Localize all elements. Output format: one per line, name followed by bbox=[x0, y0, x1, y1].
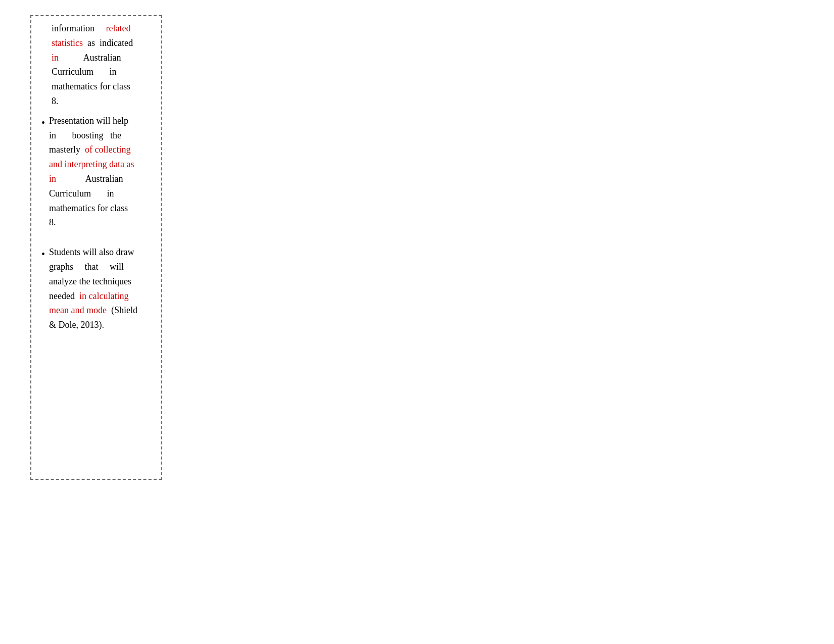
bullet1-mathematics: mathematics for class bbox=[49, 203, 128, 213]
bullet1-in3: in bbox=[107, 188, 114, 199]
bullet1-8: 8. bbox=[49, 217, 56, 227]
bullet1-australian: Australian bbox=[85, 174, 123, 184]
bullet1-boosting: boosting bbox=[72, 130, 104, 140]
bullet2-in-calculating: in calculating bbox=[79, 291, 128, 301]
bullet1-in2: in bbox=[49, 174, 56, 184]
intro-indicated: indicated bbox=[100, 38, 133, 48]
bullet1-curriculum: Curriculum bbox=[49, 188, 91, 199]
intro-mathematics: mathematics for class bbox=[52, 81, 130, 91]
bullet1-and-interpreting: and interpreting data as bbox=[49, 159, 134, 169]
bullet2-needed: needed bbox=[49, 291, 75, 301]
bullet-item-2: • Students will also draw graphs that wi… bbox=[41, 245, 151, 332]
content-box: information related statistics as indica… bbox=[30, 15, 162, 480]
bullet2-dole: & Dole, 2013). bbox=[49, 320, 104, 330]
bullet1-in: in bbox=[49, 130, 56, 140]
bullet2-analyze: analyze the techniques bbox=[49, 276, 131, 286]
bullet2-will: will bbox=[110, 262, 124, 272]
bullet2-shield: (Shield bbox=[111, 305, 137, 315]
bullet2-mean-mode: mean and mode bbox=[49, 305, 107, 315]
bullet2-that: that bbox=[85, 262, 99, 272]
intro-australian: Australian bbox=[83, 53, 121, 63]
bullet1-the: the bbox=[110, 130, 121, 140]
bullet-2-content: Students will also draw graphs that will… bbox=[49, 245, 151, 332]
bullet2-graphs: graphs bbox=[49, 262, 73, 272]
intro-8: 8. bbox=[52, 96, 59, 106]
bullet-list: • Presentation will help in boosting the… bbox=[41, 114, 151, 332]
intro-in: in bbox=[52, 53, 59, 63]
intro-text-block: information related statistics as indica… bbox=[41, 21, 151, 109]
bullet1-presentation: Presentation will help bbox=[49, 116, 128, 126]
intro-curriculum: Curriculum bbox=[52, 67, 94, 77]
bullet-dot-2: • bbox=[41, 246, 45, 262]
page-container: information related statistics as indica… bbox=[0, 0, 834, 644]
bullet1-masterly: masterly bbox=[49, 144, 80, 155]
intro-statistics: statistics bbox=[52, 38, 83, 48]
bullet1-of-collecting: of collecting bbox=[85, 144, 130, 155]
bullet-item-1: • Presentation will help in boosting the… bbox=[41, 114, 151, 230]
bullet-dot-1: • bbox=[41, 115, 45, 131]
bullet2-students: Students will also draw bbox=[49, 247, 134, 257]
intro-as: as bbox=[87, 38, 95, 48]
bullet-1-content: Presentation will help in boosting the m… bbox=[49, 114, 151, 230]
intro-information: information bbox=[52, 23, 95, 33]
intro-related: related bbox=[106, 23, 130, 33]
intro-in2: in bbox=[110, 67, 117, 77]
